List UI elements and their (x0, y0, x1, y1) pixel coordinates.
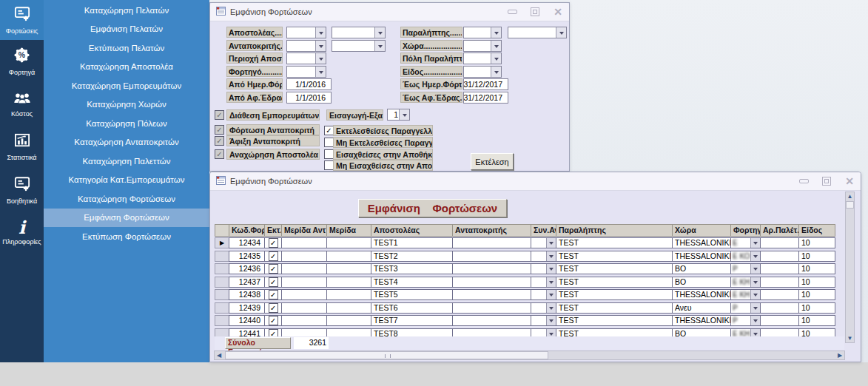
row-selector[interactable] (215, 289, 229, 300)
antapokritis-combo-2[interactable] (332, 40, 386, 52)
poli-paralipti-combo[interactable] (463, 53, 502, 64)
cell-xora[interactable]: Ανευ (672, 302, 731, 314)
cell-paraliptis[interactable]: TEST (556, 237, 673, 248)
perioxi-apostol-combo[interactable] (286, 53, 326, 64)
menu-item[interactable]: Κατηγορία Κατ.Εμπορευμάτων (44, 171, 209, 190)
ekt-checkbox[interactable] (269, 277, 278, 287)
cell-kod-fort[interactable]: 12435 (229, 251, 265, 262)
table-row[interactable]: 12440TEST7TESTTHESSALONIKIΡ10 (215, 315, 844, 326)
sidebar-item-cost[interactable]: Κόστος (0, 83, 44, 126)
maximize-icon[interactable] (530, 7, 540, 17)
cell-xora[interactable]: BO (672, 263, 731, 274)
row-selector[interactable] (215, 251, 229, 262)
close-icon[interactable]: ✕ (844, 176, 855, 186)
cell-antapokritis[interactable] (452, 263, 531, 274)
eidos-combo[interactable] (463, 66, 502, 78)
row-selector[interactable] (215, 315, 229, 326)
syn-antap-combo[interactable] (531, 289, 556, 300)
menu-item[interactable]: Καταχώρηση Φορτώσεων (44, 189, 209, 209)
row-selector-header[interactable] (215, 224, 229, 237)
cell-paraliptis[interactable]: TEST (556, 315, 673, 326)
cell-apostoleas[interactable]: TEST5 (371, 289, 453, 300)
cell-eidos[interactable]: 10 (798, 302, 835, 314)
paraliptis-combo-2[interactable] (508, 27, 567, 38)
cell-ar-palet[interactable] (760, 237, 799, 248)
table-row[interactable]: 12436TEST3TESTBOΡ10 (215, 263, 844, 274)
menu-item[interactable]: Εμφάνιση Πελατών (44, 20, 209, 39)
cell-paraliptis[interactable]: TEST (556, 302, 673, 314)
cell-ekt[interactable] (264, 277, 282, 288)
column-header[interactable]: Φορτηγό (730, 224, 761, 237)
table-row[interactable]: 12437TEST4TESTBOΕ ΚΗ10 (215, 277, 844, 288)
row-selector[interactable] (215, 302, 229, 314)
column-header[interactable]: Εκτ. (264, 224, 282, 237)
column-header[interactable]: Μερίδα Αντ (281, 224, 327, 237)
cell-apostoleas[interactable]: TEST3 (371, 263, 453, 274)
cell-eidos[interactable]: 10 (798, 289, 835, 300)
menu-item[interactable]: Καταχώρηση Ανταποκριτών (44, 133, 209, 152)
horizontal-scrollbar[interactable]: ◀ ▶ (214, 351, 845, 360)
cell-apostoleas[interactable]: TEST1 (371, 237, 453, 248)
anaxorisi-apostolea-checkbox[interactable] (215, 149, 224, 159)
syn-antap-combo[interactable] (531, 302, 556, 314)
cell-eidos[interactable]: 10 (798, 315, 835, 326)
column-header[interactable]: Μερίδα (326, 224, 371, 237)
ekt-checkbox[interactable] (269, 303, 278, 313)
cell-kod-fort[interactable]: 12437 (229, 277, 265, 288)
cell-apostoleas[interactable]: TEST2 (371, 251, 453, 262)
cell-xora[interactable]: THESSALONIKI (672, 315, 731, 326)
column-header[interactable]: Αποστολέας (371, 224, 453, 237)
menu-item[interactable]: Καταχώρηση Αποστολέα (44, 58, 209, 77)
chevron-down-icon[interactable] (750, 251, 760, 261)
cell-merida[interactable] (326, 251, 371, 262)
ekt-checkbox[interactable] (269, 316, 278, 325)
fortosi-antapokriti-checkbox[interactable] (215, 125, 224, 135)
syn-antap-combo[interactable] (531, 251, 556, 262)
cell-paraliptis[interactable]: TEST (556, 289, 673, 300)
chevron-down-icon[interactable] (546, 238, 556, 248)
fortigo-combo[interactable]: Ε ΚΟ (730, 251, 761, 262)
cell-ar-palet[interactable] (760, 315, 799, 326)
eos-af-edras-field[interactable]: 31/12/2017 (463, 92, 508, 104)
sidebar-item-statistics[interactable]: Στατιστικά (0, 126, 44, 169)
fortigo-combo[interactable]: Ρ (730, 263, 761, 274)
cell-antapokritis[interactable] (452, 315, 531, 326)
apo-imer-fort-field[interactable]: 1/1/2016 (286, 78, 332, 90)
cell-kod-fort[interactable]: 12440 (229, 315, 265, 326)
cell-apostoleas[interactable]: TEST7 (371, 315, 453, 326)
ekt-checkbox[interactable] (269, 290, 278, 299)
cell-merida[interactable] (326, 302, 371, 314)
table-row[interactable]: ▶12434TEST1TESTTHESSALONIKIΕ10 (215, 237, 844, 248)
fortigo-combo[interactable]: Ε ΚΗ (730, 289, 761, 300)
cell-antapokritis[interactable] (452, 251, 531, 262)
cell-antapokritis[interactable] (452, 302, 531, 314)
menu-item[interactable]: Καταχώρηση Παλεττών (44, 152, 209, 171)
column-header[interactable]: Συν.Ανταπ (531, 224, 556, 237)
table-row[interactable]: 12435TEST2TESTTHESSALONIKIΕ ΚΟ10 (215, 251, 844, 262)
cell-kod-fort[interactable]: 12438 (229, 289, 265, 300)
cell-xora[interactable]: THESSALONIKI (672, 251, 731, 262)
fortigo-combo[interactable] (286, 66, 326, 78)
menu-item[interactable]: Καταχώρηση Πόλεων (44, 114, 209, 133)
cell-antapokritis[interactable] (452, 237, 531, 248)
cell-eidos[interactable]: 10 (798, 263, 835, 274)
fortigo-combo[interactable]: Ρ (730, 315, 761, 326)
chevron-down-icon[interactable] (546, 251, 556, 261)
cell-kod-fort[interactable]: 12439 (229, 302, 265, 314)
column-header[interactable]: Χώρα (672, 224, 731, 237)
cell-merida[interactable] (326, 237, 371, 248)
cell-merida-ant[interactable] (281, 277, 327, 288)
cell-paraliptis[interactable]: TEST (556, 263, 673, 274)
maximize-icon[interactable] (821, 176, 832, 186)
column-header[interactable]: Κωδ.Φορτ. (229, 224, 265, 237)
syn-antap-combo[interactable] (531, 315, 556, 326)
xora-combo[interactable] (463, 40, 502, 52)
cell-ekt[interactable] (264, 315, 282, 326)
cell-merida-ant[interactable] (281, 289, 327, 300)
cell-ekt[interactable] (264, 237, 282, 248)
ekt-checkbox[interactable] (269, 264, 278, 274)
cell-ar-palet[interactable] (760, 302, 799, 314)
minimize-icon[interactable] (798, 176, 809, 186)
table-row[interactable]: 12439TEST6TESTΑνευΡ10 (215, 302, 844, 314)
fortigo-combo[interactable]: Ρ (730, 302, 761, 314)
